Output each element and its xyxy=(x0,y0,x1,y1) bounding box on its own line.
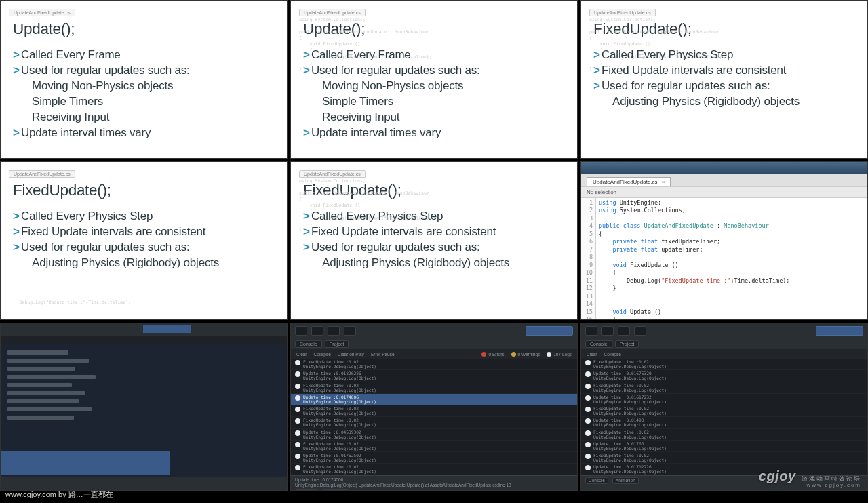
bullet-list: Called Every Physics Step Fixed Update i… xyxy=(13,209,280,271)
move-tool-icon[interactable] xyxy=(311,326,323,336)
clear-button[interactable]: Clear xyxy=(296,352,307,357)
rotate-tool-icon[interactable] xyxy=(328,326,340,336)
hand-tool-icon[interactable] xyxy=(585,326,597,336)
info-icon xyxy=(295,407,300,412)
panel-tabs: Console Project xyxy=(291,338,577,349)
bullet: Used for regular updates such as: xyxy=(593,79,861,94)
bullet: Simple Timers xyxy=(13,94,280,110)
bullet: Update interval times vary xyxy=(303,125,570,141)
file-tab: UpdateAndFixedUpdate.cs xyxy=(9,9,75,16)
bullet-list: Called Every Physics Step Fixed Update i… xyxy=(593,47,861,110)
slide-title: FixedUpdate(); xyxy=(303,182,570,199)
clear-on-play-toggle[interactable]: Clear on Play xyxy=(338,352,364,357)
log-row[interactable]: FixedUpdate time :0.02 UnityEngine.Debug… xyxy=(291,405,577,417)
bullet: Moving Non-Physics objects xyxy=(13,79,280,94)
file-tab: UpdateAndFixedUpdate.cs xyxy=(299,170,366,178)
tab-console[interactable]: Console xyxy=(585,340,612,348)
warning-count[interactable]: 0 Warnings xyxy=(511,352,540,357)
collapse-toggle[interactable]: Collapse xyxy=(604,352,621,357)
log-row[interactable]: FixedUpdate time :0.02 UnityEngine.Debug… xyxy=(291,441,577,452)
unity-console-panel-2: Console Project Clear Collapse FixedUpda… xyxy=(580,323,868,491)
close-icon[interactable]: × xyxy=(662,179,665,185)
console-detail: Update time : 0.0174006 UnityEngine.Debu… xyxy=(291,475,577,490)
log-row[interactable]: Update time :0.0174006 UnityEngine.Debug… xyxy=(291,394,577,405)
info-icon xyxy=(295,395,300,401)
info-icon xyxy=(585,407,591,412)
console-log-list[interactable]: FixedUpdate time :0.02 UnityEngine.Debug… xyxy=(291,359,577,475)
log-row[interactable]: Update time :0.01768 UnityEngine.Debug:L… xyxy=(581,441,867,452)
play-controls[interactable] xyxy=(526,326,573,336)
hand-tool-icon[interactable] xyxy=(295,326,307,336)
clear-button[interactable]: Clear xyxy=(587,352,597,357)
bullet: Receiving Input xyxy=(13,110,280,125)
log-row[interactable]: FixedUpdate time :0.02 UnityEngine.Debug… xyxy=(291,382,577,394)
info-icon xyxy=(295,430,300,436)
editor-tab[interactable]: UpdateAndFixedUpdate.cs× xyxy=(587,177,671,186)
info-icon xyxy=(295,384,300,389)
log-row[interactable]: FixedUpdate time :0.02 UnityEngine.Debug… xyxy=(581,405,867,417)
info-icon xyxy=(585,360,591,365)
log-row[interactable]: Update time :0.04539302 UnityEngine.Debu… xyxy=(291,429,577,441)
log-row[interactable]: FixedUpdate time :0.02 UnityEngine.Debug… xyxy=(581,382,867,394)
info-icon xyxy=(295,454,300,459)
info-icon xyxy=(295,371,300,377)
bullet: Receiving Input xyxy=(303,110,570,125)
scale-tool-icon[interactable] xyxy=(634,326,646,336)
tab-project[interactable]: Project xyxy=(325,340,349,348)
slide-fixedupdate-1: UpdateAndFixedUpdate.cs using System.Col… xyxy=(580,0,868,159)
collapse-toggle[interactable]: Collapse xyxy=(314,352,331,357)
code-lines[interactable]: using UnityEngine; using System.Collecti… xyxy=(596,198,867,319)
bullet: Used for regular updates such as: xyxy=(303,63,570,79)
tab-animation-bottom[interactable]: Animation xyxy=(612,477,639,484)
log-row[interactable]: FixedUpdate time :0.02 UnityEngine.Debug… xyxy=(581,452,867,464)
error-count[interactable]: 0 Errors xyxy=(481,352,504,357)
code-body[interactable]: 1 2 3 4 5 6 7 8 9 10 11 12 13 14 15 16 1… xyxy=(581,198,867,319)
rotate-tool-icon[interactable] xyxy=(618,326,630,336)
console-log-list[interactable]: FixedUpdate time :0.02 UnityEngine.Debug… xyxy=(581,359,867,475)
slide-fixedupdate-2: UpdateAndFixedUpdate.cs FixedUpdate(); C… xyxy=(0,161,288,320)
file-tab: UpdateAndFixedUpdate.cs xyxy=(299,9,366,16)
log-count[interactable]: 107 Logs xyxy=(547,352,572,357)
code-editor-panel: UpdateAndFixedUpdate.cs× No selection 1 … xyxy=(580,161,868,320)
log-row[interactable]: Update time :0.01617232 UnityEngine.Debu… xyxy=(581,394,867,405)
bullet: Fixed Update intervals are consistent xyxy=(593,63,861,79)
tab-animation-bottom[interactable]: Animation xyxy=(322,489,349,491)
console-detail: Console Animation xyxy=(581,475,867,490)
slide-title: Update(); xyxy=(303,20,570,38)
tab-console-bottom[interactable]: Console xyxy=(295,489,318,491)
unity-editor-blurred xyxy=(0,323,288,491)
log-row[interactable]: FixedUpdate time :0.02 UnityEngine.Debug… xyxy=(291,359,577,370)
bullet-list: Called Every Physics Step Fixed Update i… xyxy=(303,209,570,271)
tab-console[interactable]: Console xyxy=(295,340,322,348)
info-icon xyxy=(585,465,591,470)
log-row[interactable]: Update time :0.01820286 UnityEngine.Debu… xyxy=(291,370,577,382)
log-row[interactable]: FixedUpdate time :0.02 UnityEngine.Debug… xyxy=(581,359,867,370)
bullet: Used for regular updates such as: xyxy=(13,240,280,256)
bullet: Simple Timers xyxy=(303,94,570,110)
log-row[interactable]: Update time :0.01702226 UnityEngine.Debu… xyxy=(581,464,867,475)
bullet: Used for regular updates such as: xyxy=(13,63,280,79)
ghost-code: Debug.Log("Update time :"+Time.deltaTime… xyxy=(9,300,283,306)
info-icon xyxy=(585,418,591,424)
tab-project[interactable]: Project xyxy=(615,340,639,348)
info-icon xyxy=(585,442,591,447)
play-controls[interactable] xyxy=(816,326,863,336)
info-icon xyxy=(295,418,300,424)
log-row[interactable]: Update time :0.01762502 UnityEngine.Debu… xyxy=(291,452,577,464)
unity-console-panel-1: Console Project Clear Collapse Clear on … xyxy=(290,323,578,491)
breadcrumb-noselection: No selection xyxy=(581,186,867,198)
error-pause-toggle[interactable]: Error Pause xyxy=(371,352,395,357)
info-icon xyxy=(585,395,591,401)
bullet: Called Every Frame xyxy=(303,47,570,63)
info-icon xyxy=(585,454,591,459)
thumbnail-grid: UpdateAndFixedUpdate.cs Update(); Called… xyxy=(0,0,868,488)
tab-console-bottom[interactable]: Console xyxy=(585,477,608,484)
scale-tool-icon[interactable] xyxy=(344,326,356,336)
log-row[interactable]: FixedUpdate time :0.02 UnityEngine.Debug… xyxy=(581,429,867,441)
bullet: Called Every Physics Step xyxy=(593,47,861,63)
log-row[interactable]: FixedUpdate time :0.02 UnityEngine.Debug… xyxy=(291,464,577,475)
log-row[interactable]: FixedUpdate time :0.02 UnityEngine.Debug… xyxy=(291,417,577,428)
move-tool-icon[interactable] xyxy=(601,326,614,336)
log-row[interactable]: Update time :0.01675320 UnityEngine.Debu… xyxy=(581,370,867,382)
log-row[interactable]: Update time :0.01498 UnityEngine.Debug:L… xyxy=(581,417,867,428)
